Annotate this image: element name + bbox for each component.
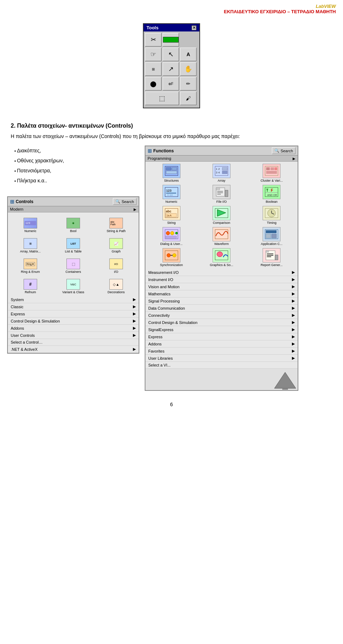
search-icon: 🔍 — [274, 148, 279, 153]
fn-waveform[interactable]: Waveform — [197, 226, 246, 246]
controls-menu-net[interactable]: .NET & ActiveX ▶ — [8, 346, 139, 353]
tool-shapes[interactable]: ⬚ — [145, 92, 179, 105]
tool-text[interactable]: A — [180, 48, 197, 61]
tool-pen[interactable]: ✏ — [180, 77, 197, 90]
fn-menu-measurement[interactable]: Measurement I/O ▶ — [145, 269, 298, 276]
svg-text:+−×÷: +−×÷ — [167, 194, 173, 196]
fn-dialog[interactable]: Dialog & User... — [147, 226, 196, 246]
functions-search-button[interactable]: 🔍 Search — [272, 147, 295, 154]
controls-string-label: String & Path — [106, 229, 125, 233]
controls-graph[interactable]: 📈 Graph — [95, 234, 137, 254]
controls-string[interactable]: abc Path String & Path — [95, 214, 137, 233]
svg-rect-57 — [267, 254, 273, 254]
controls-menu-express[interactable]: Express ▶ — [8, 310, 139, 318]
controls-decorations[interactable]: ◇▲ Decorations — [95, 275, 137, 295]
controls-menu-cds[interactable]: Control Design & Simulation ▶ — [8, 318, 139, 325]
arrow-icon: ▶ — [133, 347, 136, 352]
fn-report[interactable]: Report Gener... — [247, 247, 296, 267]
fn-cluster[interactable]: Cluster & Vari... — [247, 163, 296, 183]
svg-text:1a A: 1a A — [166, 214, 172, 217]
controls-menu-usercontrols[interactable]: User Controls ▶ — [8, 332, 139, 339]
svg-rect-46 — [266, 230, 277, 233]
controls-menu-select[interactable]: Select a Control… — [8, 339, 139, 346]
tool-hand2[interactable]: ✋ — [180, 62, 197, 76]
fn-structures[interactable]: Structures — [147, 163, 196, 183]
svg-rect-12 — [274, 167, 277, 170]
controls-list-label: List & Table — [65, 250, 81, 253]
bullet-item-4: Πλήκτρα κ.α.. — [14, 176, 139, 186]
bullet-item-3: Ποτενσιόμετρα, — [14, 166, 139, 176]
arrow-icon: ▶ — [292, 284, 295, 289]
tool-arrow2[interactable]: ↗ — [163, 62, 179, 76]
fn-fileio[interactable]: File I/O — [197, 184, 246, 204]
controls-menu-classic[interactable]: Classic ▶ — [8, 303, 139, 310]
fn-string[interactable]: abc 1a A String — [147, 205, 196, 225]
fn-boolean[interactable]: T F AND OR Boolean — [247, 184, 296, 204]
controls-menu-system[interactable]: System ▶ — [8, 296, 139, 303]
fn-menu-cds[interactable]: Control Design & Simulation ▶ — [145, 319, 298, 326]
controls-menu-addons[interactable]: Addons ▶ — [8, 325, 139, 332]
fn-menu-express[interactable]: Express ▶ — [145, 333, 298, 340]
tools-close-button[interactable]: ✕ — [192, 25, 197, 30]
controls-refnum[interactable]: # Refnum — [9, 275, 51, 295]
controls-variant-icon: V&C — [66, 279, 80, 290]
controls-io[interactable]: I/O I/O — [95, 255, 137, 274]
fn-fileio-label: File I/O — [216, 200, 227, 203]
tool-grid[interactable]: ⊞ — [145, 62, 161, 76]
svg-rect-3 — [166, 171, 177, 174]
controls-bool[interactable]: ◉ Bool — [52, 214, 94, 233]
controls-numeric[interactable]: 123 Numeric — [9, 214, 51, 233]
fn-menu-selectvi[interactable]: Select a VI... — [145, 362, 298, 369]
arrow-icon: ▶ — [292, 341, 295, 346]
svg-point-50 — [167, 254, 170, 257]
fn-appcont[interactable]: Application C... — [247, 226, 296, 246]
fn-waveform-icon — [213, 227, 230, 241]
svg-text:123: 123 — [166, 189, 172, 192]
fn-graphics[interactable]: Graphics & So... — [197, 247, 246, 267]
controls-search-button[interactable]: 🔍 Search — [113, 198, 136, 205]
fn-menu-userlibs[interactable]: User Libraries ▶ — [145, 355, 298, 362]
fn-array[interactable]: 1 2 3 4 Array — [197, 163, 246, 183]
controls-variant[interactable]: V&C Variant & Class — [52, 275, 94, 295]
fn-numeric[interactable]: 123 +−×÷ Numeric — [147, 184, 196, 204]
controls-containers[interactable]: ⬚ Containers — [52, 255, 94, 274]
fn-sync[interactable]: Synchronization — [147, 247, 196, 267]
tool-scissors[interactable]: ✂ — [145, 33, 161, 46]
svg-rect-47 — [266, 234, 271, 238]
controls-array[interactable]: ⊞ Array, Matrix... — [9, 234, 51, 254]
fn-menu-signalexpress[interactable]: SignalExpress ▶ — [145, 326, 298, 333]
controls-modern-section[interactable]: Modern ▶ — [8, 206, 139, 212]
controls-ring[interactable]: Ring▼ Ring & Enum — [9, 255, 51, 274]
tools-row-5: ⬚ 🖌 — [145, 92, 198, 105]
tool-hand[interactable]: ☞ — [145, 48, 161, 61]
fn-menu-signal[interactable]: Signal Processing ▶ — [145, 298, 298, 305]
fn-menu-datacomm[interactable]: Data Communication ▶ — [145, 305, 298, 312]
fn-report-label: Report Gener... — [261, 263, 283, 267]
fn-numeric-icon: 123 +−×÷ — [163, 185, 180, 199]
svg-point-42 — [175, 232, 178, 234]
tools-content: ✂ ☞ ↖ A ⊞ ↗ ✋ ⬤ ⊕F ✏ ⬚ 🖌 — [144, 31, 199, 108]
controls-bool-icon: ◉ — [66, 218, 80, 228]
tool-arrow[interactable]: ↖ — [163, 48, 179, 61]
tools-row-2: ☞ ↖ A — [145, 48, 198, 61]
controls-palette-label: Controls — [16, 199, 33, 204]
fn-menu-mathematics[interactable]: Mathematics ▶ — [145, 290, 298, 298]
controls-decorations-label: Decorations — [108, 290, 125, 294]
fn-menu-favorites[interactable]: Favorites ▶ — [145, 348, 298, 355]
fn-comparison[interactable]: Comparison — [197, 205, 246, 225]
controls-numeric-label: Numeric — [24, 229, 36, 233]
tool-color[interactable]: ⬤ — [145, 77, 161, 90]
tool-green-bar[interactable] — [163, 33, 179, 46]
tool-probe[interactable]: ⊕F — [163, 77, 179, 90]
arrow-icon: ▶ — [133, 333, 136, 338]
tool-brush[interactable]: 🖌 — [180, 92, 197, 105]
svg-rect-11 — [270, 167, 274, 170]
fn-boolean-icon: T F AND OR — [263, 185, 280, 199]
fn-menu-addons[interactable]: Addons ▶ — [145, 340, 298, 348]
fn-menu-vision[interactable]: Vision and Motion ▶ — [145, 283, 298, 290]
fn-menu-instrument[interactable]: Instrument I/O ▶ — [145, 276, 298, 283]
fn-menu-connectivity[interactable]: Connectivity ▶ — [145, 312, 298, 319]
functions-programming-section[interactable]: Programming ▶ — [145, 156, 298, 162]
controls-list[interactable]: LIST List & Table — [52, 234, 94, 254]
fn-timing[interactable]: Timing — [247, 205, 296, 225]
